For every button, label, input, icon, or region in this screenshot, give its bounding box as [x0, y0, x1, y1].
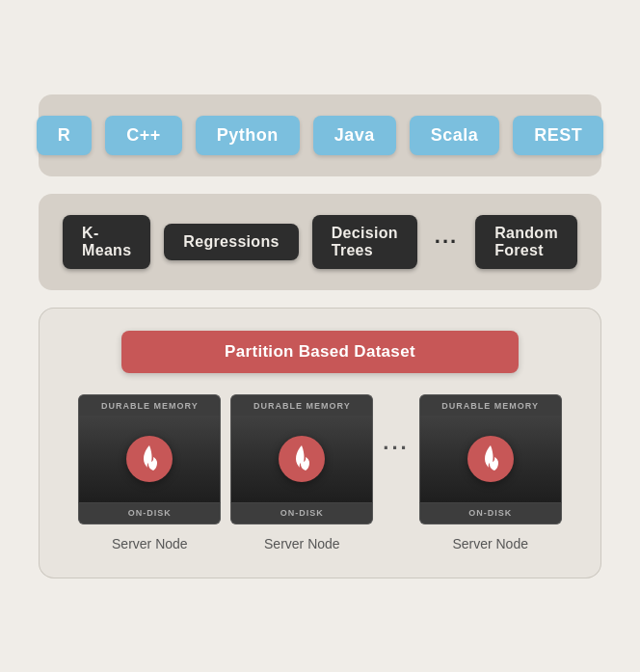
- algo-kmeans[interactable]: K-Means: [63, 215, 150, 269]
- flame-icon-3: [467, 436, 514, 482]
- disk-body-2: [230, 416, 373, 502]
- server-node-2: DURABLE MEMORY ON-DISK Server Node: [230, 394, 373, 551]
- on-disk-label-1: ON-DISK: [78, 502, 221, 524]
- section-partition: Partition Based Dataset DURABLE MEMORY O…: [39, 308, 601, 578]
- algorithms-dots: ···: [431, 229, 462, 255]
- lang-python[interactable]: Python: [196, 116, 300, 155]
- node-label-1: Server Node: [112, 536, 188, 551]
- lang-java[interactable]: Java: [313, 116, 396, 155]
- node-label-3: Server Node: [452, 536, 528, 551]
- section-languages: R C++ Python Java Scala REST: [39, 94, 601, 176]
- algo-decision-trees[interactable]: Decision Trees: [312, 215, 417, 269]
- main-container: R C++ Python Java Scala REST K-Means Reg…: [0, 66, 640, 607]
- lang-cpp[interactable]: C++: [105, 116, 182, 155]
- lang-rest[interactable]: REST: [513, 116, 603, 155]
- on-disk-label-2: ON-DISK: [230, 502, 373, 524]
- lang-r[interactable]: R: [37, 116, 93, 155]
- flame-icon-2: [279, 436, 325, 482]
- durable-memory-label-1: DURABLE MEMORY: [78, 394, 221, 416]
- disk-body-1: [78, 416, 221, 502]
- on-disk-label-3: ON-DISK: [419, 502, 562, 524]
- flame-icon-1: [126, 436, 173, 482]
- partition-header: Partition Based Dataset: [121, 331, 519, 373]
- disk-stack-3: DURABLE MEMORY ON-DISK: [419, 394, 562, 524]
- durable-memory-label-2: DURABLE MEMORY: [230, 394, 373, 416]
- server-node-1: DURABLE MEMORY ON-DISK Server Node: [78, 394, 221, 551]
- node-label-2: Server Node: [264, 536, 340, 551]
- disk-stack-1: DURABLE MEMORY ON-DISK: [78, 394, 221, 524]
- disk-stack-2: DURABLE MEMORY ON-DISK: [230, 394, 373, 524]
- lang-scala[interactable]: Scala: [410, 116, 500, 155]
- disk-body-3: [419, 416, 562, 502]
- server-node-3: DURABLE MEMORY ON-DISK Server Node: [419, 394, 562, 551]
- algo-regressions[interactable]: Regressions: [164, 224, 298, 260]
- durable-memory-label-3: DURABLE MEMORY: [419, 394, 562, 416]
- algo-random-forest[interactable]: Random Forest: [475, 215, 577, 269]
- nodes-row: DURABLE MEMORY ON-DISK Server Node DU: [66, 394, 574, 551]
- nodes-dots: ···: [383, 436, 409, 509]
- section-algorithms: K-Means Regressions Decision Trees ··· R…: [39, 194, 601, 290]
